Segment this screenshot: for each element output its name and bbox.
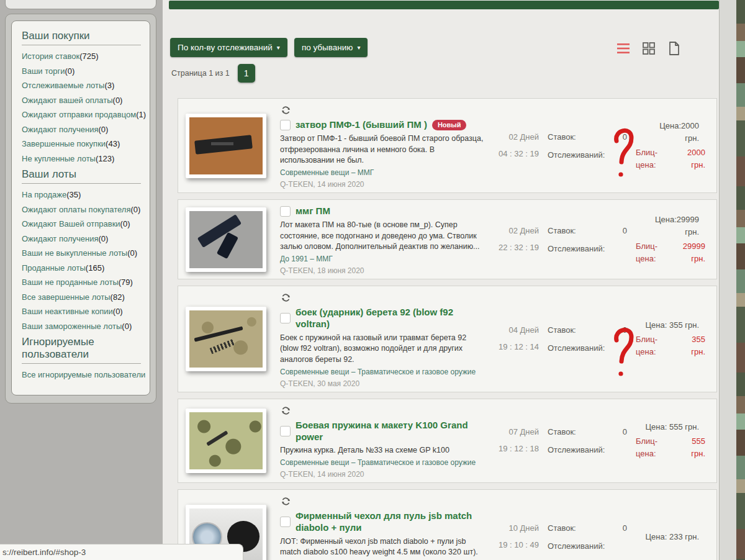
- sidebar-item[interactable]: Ожидают оплаты покупателя(0): [22, 205, 141, 214]
- listing-stats-block: 02 Дней 04 : 32 : 19 Ставок: 0 Отслежива…: [490, 120, 710, 172]
- time-clock: 04 : 32 : 19: [490, 146, 539, 163]
- sidebar-item[interactable]: Все игнорируемые пользователи: [22, 370, 141, 379]
- blitz-price: Блиц-цена: 2000грн.: [636, 147, 705, 171]
- list-view-icon[interactable]: [616, 41, 631, 56]
- sidebar-item[interactable]: Все завершенные лоты(82): [22, 292, 141, 302]
- watch-label: Отслеживаний:: [548, 343, 605, 353]
- pagination-label: Страница 1 из 1: [171, 69, 230, 78]
- price-lines: Цена:2000грн.: [636, 120, 705, 145]
- sidebar-item[interactable]: Ожидают вашей оплаты(0): [22, 96, 141, 105]
- listing-title[interactable]: боек (ударник) берета 92 (blow f92 voltr…: [296, 307, 487, 330]
- sort-by-button[interactable]: По кол-ву отслеживаний ▾: [170, 38, 287, 57]
- sidebar-item-count: (1): [136, 110, 146, 119]
- grid-view-icon[interactable]: [641, 41, 656, 56]
- refresh-icon[interactable]: [281, 496, 291, 507]
- sidebar-item-count: (43): [106, 139, 120, 148]
- listing-card: затвор ПМФ-1 (бывший ПМ ) Новый Затвор о…: [178, 98, 717, 193]
- listing-category[interactable]: Современные вещи – Травматическое и газо…: [280, 368, 487, 376]
- document-view-icon[interactable]: [667, 41, 682, 56]
- time-days: 04 Дней: [490, 322, 539, 339]
- listing-price-block: Цена: 555 грн. Блиц-цена: 555грн.: [636, 421, 705, 460]
- sidebar-item-label: Отслеживаемые лоты: [22, 81, 104, 90]
- listing-thumbnail[interactable]: [186, 114, 266, 178]
- sidebar-item-count: (0): [65, 66, 74, 76]
- top-navigation-bar: [169, 1, 719, 9]
- listing-title[interactable]: Фирменный чехол для пуль jsb match diabo…: [296, 510, 487, 534]
- listing-checkbox[interactable]: [280, 517, 291, 527]
- sidebar-panel: Ваши покупки История ставок(725)Ваши тор…: [5, 14, 156, 404]
- listing-checkbox[interactable]: [280, 120, 291, 130]
- sidebar-section: Ваши лоты На продаже(35)Ожидают оплаты п…: [22, 168, 141, 331]
- sidebar-item[interactable]: Ожидают получения(0): [22, 125, 141, 134]
- listing-title[interactable]: ммг ПМ: [296, 205, 330, 217]
- listing-category[interactable]: Современные вещи – ММГ: [280, 168, 487, 177]
- sidebar-item[interactable]: Не купленные лоты(123): [22, 154, 141, 163]
- refresh-icon[interactable]: [281, 292, 291, 303]
- listing-thumbnail[interactable]: [186, 307, 266, 371]
- page-1-button[interactable]: 1: [238, 64, 255, 83]
- pistol-photo: [189, 211, 263, 268]
- bids-label: Ставок:: [548, 325, 576, 335]
- question-mark-annotation: [612, 126, 634, 189]
- gun-slide-photo: [189, 117, 263, 174]
- sidebar-item[interactable]: Ваши не выкупленные лоты(0): [22, 248, 141, 258]
- sidebar-item[interactable]: Проданные лоты(165): [22, 263, 141, 273]
- listing-checkbox[interactable]: [280, 313, 291, 323]
- sidebar-item[interactable]: Ожидают Вашей отправки(0): [22, 219, 141, 228]
- refresh-icon[interactable]: [281, 105, 291, 115]
- watch-label: Отслеживаний:: [548, 541, 605, 551]
- caret-down-icon: ▾: [357, 45, 360, 51]
- listing-seller: Q-TEKEN, 30 мая 2020: [280, 379, 487, 388]
- blitz-price: Блиц-цена: 29999грн.: [636, 240, 705, 265]
- blitz-price-value: 555грн.: [691, 435, 705, 460]
- sidebar-item[interactable]: Ваши торги(0): [22, 66, 141, 76]
- sidebar-top-partial-box: [5, 0, 156, 9]
- listing-thumbnail[interactable]: [186, 207, 266, 272]
- sidebar-item-count: (0): [127, 248, 137, 258]
- bids-label: Ставок:: [548, 226, 576, 235]
- listing-stats-block: 07 Дней 19 : 12 : 18 Ставок: 0 Отслежива…: [490, 421, 710, 460]
- listing-title[interactable]: Боевая пружина к макету K100 Grand power: [296, 420, 487, 443]
- listing-category[interactable]: До 1991 – ММГ: [280, 255, 487, 263]
- listing-category[interactable]: Современные вещи – Травматическое и газо…: [280, 458, 487, 467]
- sidebar-item[interactable]: Ожидают отправки продавцом(1): [22, 110, 141, 119]
- blitz-price-value: 2000грн.: [687, 147, 705, 171]
- sidebar-item-count: (3): [104, 81, 114, 90]
- sidebar-item[interactable]: Ваши неактивные копии(0): [22, 307, 141, 316]
- time-clock: 19 : 10 : 49: [490, 537, 539, 554]
- sidebar-item-count: (0): [98, 234, 108, 243]
- blitz-price-label: Блиц-цена:: [636, 240, 663, 265]
- sidebar-item-label: Все игнорируемые пользователи: [22, 370, 145, 379]
- listing-seller: Q-TEKEN, 14 июня 2020: [280, 470, 487, 479]
- listing-checkbox[interactable]: [280, 206, 291, 217]
- sidebar-item-count: (82): [111, 292, 125, 302]
- listing-body: боек (ударник) берета 92 (blow f92 voltr…: [266, 290, 490, 388]
- sort-by-label: По кол-ву отслеживаний: [178, 43, 273, 52]
- listing-description: Затвор от ПМФ-1 - бывший боевой ПМ старо…: [280, 133, 487, 166]
- sidebar-item[interactable]: Ожидают получения(0): [22, 234, 141, 243]
- question-mark-annotation: [612, 325, 634, 389]
- sidebar-item[interactable]: Завершенные покупки(43): [22, 139, 141, 148]
- listing-price-block: Цена:2000грн. Блиц-цена: 2000грн.: [636, 120, 705, 172]
- bids-label: Ставок:: [548, 427, 576, 436]
- blitz-price-label: Блиц-цена:: [636, 147, 663, 171]
- listing-checkbox[interactable]: [280, 426, 291, 436]
- sidebar-item[interactable]: История ставок(725): [22, 52, 141, 61]
- bids-label: Ставок:: [548, 523, 576, 533]
- sidebar-item[interactable]: Ваши замороженные лоты(0): [22, 322, 141, 331]
- listing-time-remaining: 02 Дней 04 : 32 : 19: [490, 129, 539, 162]
- sidebar-item[interactable]: На продаже(35): [22, 190, 141, 199]
- listing-title[interactable]: затвор ПМФ-1 (бывший ПМ ): [296, 119, 427, 131]
- time-days: 07 Дней: [490, 424, 539, 441]
- refresh-icon[interactable]: [281, 405, 291, 416]
- sidebar-item[interactable]: Ваши не проданные лоты(79): [22, 278, 141, 287]
- sort-toolbar: По кол-ву отслеживаний ▾ по убыванию ▾: [170, 38, 368, 57]
- listing-thumbnail[interactable]: [186, 409, 266, 473]
- blitz-price-value: 355грн.: [691, 333, 705, 358]
- price-lines: Цена: 233 грн.: [636, 531, 705, 543]
- sort-order-button[interactable]: по убыванию ▾: [294, 38, 368, 57]
- listing-time-remaining: 10 Дней 19 : 10 : 49: [490, 520, 539, 553]
- sidebar-item-label: Ваши неактивные копии: [22, 307, 113, 316]
- sidebar-item[interactable]: Отслеживаемые лоты(3): [22, 81, 141, 90]
- bids-label: Ставок:: [548, 132, 576, 142]
